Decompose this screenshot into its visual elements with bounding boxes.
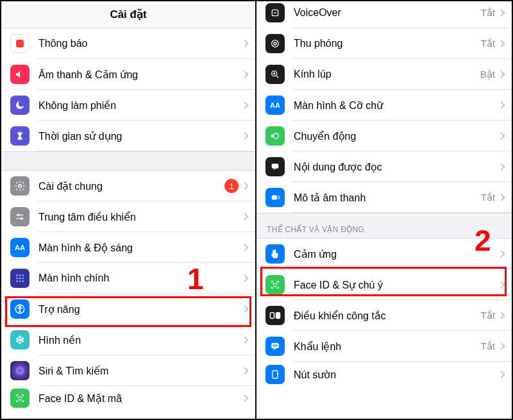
row-label: Màn hình & Cỡ chữ — [294, 99, 499, 112]
chevron-right-icon — [241, 244, 248, 251]
row-screentime[interactable]: Thời gian sử dụng — [1, 121, 255, 151]
svg-rect-0 — [16, 40, 24, 47]
row-textsize[interactable]: AA Màn hình & Cỡ chữ — [256, 90, 512, 121]
chevron-right-icon — [498, 371, 505, 378]
chevron-right-icon — [241, 132, 248, 139]
hourglass-icon — [10, 126, 29, 146]
voicecontrol-icon — [265, 337, 285, 356]
row-motion[interactable]: Chuyển động — [256, 121, 512, 151]
row-voicecontrol[interactable]: Khẩu lệnh Tắt — [256, 331, 512, 362]
svg-point-2 — [17, 214, 19, 216]
svg-rect-32 — [272, 196, 277, 200]
accessibility-icon — [10, 299, 29, 319]
sidebutton-icon — [265, 365, 285, 384]
row-audiodesc[interactable]: Mô tả âm thanh Tắt — [256, 182, 512, 213]
row-status: Tắt — [481, 7, 495, 19]
row-general[interactable]: Cài đặt chung 1 — [1, 171, 255, 201]
svg-rect-5 — [19, 274, 21, 276]
row-accessibility[interactable]: Trợ năng — [1, 294, 255, 324]
switch-icon — [265, 306, 285, 325]
chevron-right-icon — [241, 274, 248, 281]
row-label: Màn hình chính — [38, 273, 242, 284]
svg-point-30 — [273, 133, 278, 139]
row-switchcontrol[interactable]: Điều khiển công tắc Tắt — [256, 300, 512, 331]
zoom-icon — [265, 34, 285, 53]
svg-rect-12 — [22, 280, 24, 282]
row-status: Tắt — [481, 192, 495, 203]
svg-point-24 — [18, 397, 19, 398]
svg-point-17 — [21, 337, 24, 340]
row-label: Nội dung được đọc — [294, 161, 499, 173]
chevron-right-icon — [498, 40, 505, 47]
row-voiceover[interactable]: VoiceOver Tắt — [256, 1, 512, 28]
svg-point-34 — [276, 283, 276, 284]
siri-icon — [10, 361, 29, 380]
chevron-right-icon — [498, 71, 505, 78]
row-zoom[interactable]: Thu phóng Tắt — [256, 28, 512, 59]
row-label: Khẩu lệnh — [294, 340, 481, 353]
row-sidebutton[interactable]: Nút sườn — [256, 362, 512, 387]
moon-icon — [10, 96, 29, 115]
voiceover-icon — [265, 3, 285, 22]
audiodesc-icon — [265, 188, 285, 207]
svg-rect-8 — [19, 278, 21, 280]
chevron-right-icon — [241, 101, 248, 108]
chevron-right-icon — [241, 213, 248, 220]
chevron-right-icon — [241, 182, 248, 189]
row-notifications[interactable]: Thông báo — [1, 28, 255, 59]
row-label: Face ID & Mật mã — [38, 392, 242, 405]
row-wallpaper[interactable]: Hình nền — [1, 324, 255, 355]
chevron-right-icon — [498, 9, 505, 16]
chevron-right-icon — [241, 305, 248, 312]
svg-rect-38 — [273, 371, 278, 378]
svg-rect-6 — [22, 274, 24, 276]
svg-point-28 — [274, 42, 276, 45]
row-label: Cài đặt chung — [38, 180, 224, 192]
row-label: Điều khiển công tắc — [294, 310, 481, 322]
svg-rect-35 — [271, 313, 274, 319]
row-status: Bật — [480, 69, 495, 80]
row-label: Không làm phiền — [38, 99, 242, 112]
row-display[interactable]: AA Màn hình & Độ sáng — [1, 232, 255, 263]
row-sounds[interactable]: Âm thanh & Cảm ứng — [1, 59, 255, 90]
svg-rect-37 — [271, 343, 279, 349]
row-label: Trợ năng — [38, 303, 242, 315]
row-label: Mô tả âm thanh — [294, 192, 481, 204]
row-dnd[interactable]: Không làm phiền — [1, 90, 255, 121]
row-touch[interactable]: Cảm ứng — [256, 239, 512, 269]
svg-rect-31 — [272, 164, 279, 168]
row-magnifier[interactable]: Kính lúp Bật — [256, 59, 512, 90]
magnifier-icon — [265, 65, 285, 84]
svg-point-14 — [19, 306, 21, 307]
svg-point-16 — [19, 335, 21, 338]
row-label: Hình nền — [38, 334, 242, 346]
face-icon — [10, 389, 29, 408]
sliders-icon — [10, 207, 29, 226]
row-label: Face ID & Sự chú ý — [294, 279, 499, 291]
chevron-right-icon — [498, 281, 505, 288]
notification-badge: 1 — [224, 179, 239, 193]
svg-point-18 — [21, 340, 24, 342]
chevron-right-icon — [498, 132, 505, 139]
section-separator — [1, 151, 255, 171]
row-label: Âm thanh & Cảm ứng — [38, 69, 242, 81]
row-label: Thu phóng — [294, 38, 481, 49]
row-homescreen[interactable]: Màn hình chính — [1, 263, 255, 294]
svg-rect-36 — [276, 313, 280, 319]
svg-point-20 — [16, 340, 19, 342]
row-faceattention[interactable]: Face ID & Sự chú ý — [256, 269, 512, 300]
row-label: VoiceOver — [294, 7, 481, 19]
speaker-icon — [10, 65, 29, 84]
svg-point-27 — [272, 40, 279, 47]
row-label: Siri & Tìm kiếm — [38, 365, 242, 377]
row-label: Màn hình & Độ sáng — [38, 242, 242, 254]
row-siri[interactable]: Siri & Tìm kiếm — [1, 355, 255, 386]
flower-icon — [10, 330, 29, 349]
row-controlcenter[interactable]: Trung tâm điều khiển — [1, 201, 255, 232]
svg-rect-4 — [16, 274, 18, 276]
row-spoken[interactable]: Nội dung được đọc — [256, 151, 512, 182]
row-label: Thời gian sử dụng — [38, 130, 242, 142]
panel-title: Cài đặt — [1, 1, 255, 28]
row-faceid[interactable]: Face ID & Mật mã — [1, 386, 255, 410]
svg-point-3 — [21, 217, 22, 219]
